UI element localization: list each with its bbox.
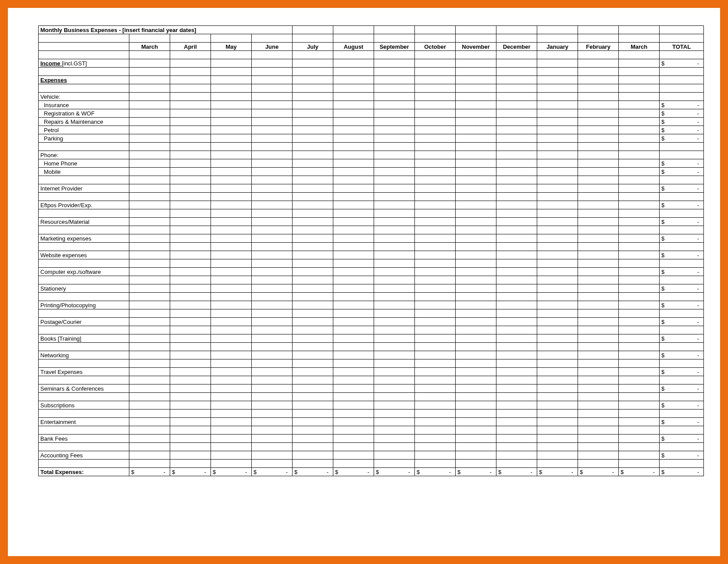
- month-cell[interactable]: [456, 101, 496, 109]
- month-cell[interactable]: [456, 143, 496, 151]
- month-cell[interactable]: [129, 76, 170, 84]
- month-cell[interactable]: [211, 368, 252, 376]
- month-cell[interactable]: [333, 76, 374, 84]
- month-cell[interactable]: [374, 259, 415, 268]
- month-cell[interactable]: [496, 309, 537, 318]
- month-cell[interactable]: [129, 234, 170, 243]
- month-cell[interactable]: [374, 334, 415, 343]
- month-cell[interactable]: [415, 435, 456, 443]
- month-cell[interactable]: [211, 201, 252, 209]
- month-cell[interactable]: [211, 76, 252, 84]
- month-cell[interactable]: [496, 209, 537, 218]
- month-cell[interactable]: [415, 176, 456, 184]
- month-cell[interactable]: [456, 226, 496, 234]
- month-total-cell[interactable]: $-: [578, 468, 619, 476]
- month-cell[interactable]: [496, 435, 537, 443]
- month-cell[interactable]: [415, 226, 456, 234]
- row-total-cell[interactable]: $-: [660, 234, 704, 243]
- month-cell[interactable]: [170, 243, 211, 251]
- month-cell[interactable]: [456, 351, 496, 359]
- month-cell[interactable]: [415, 84, 456, 93]
- month-cell[interactable]: [578, 368, 619, 376]
- month-cell[interactable]: [537, 276, 578, 284]
- month-cell[interactable]: [456, 443, 496, 451]
- month-cell[interactable]: [415, 218, 456, 226]
- row-total-cell[interactable]: $-: [660, 384, 704, 393]
- month-cell[interactable]: [456, 93, 496, 101]
- month-cell[interactable]: [211, 209, 252, 218]
- month-cell[interactable]: [374, 326, 415, 334]
- month-cell[interactable]: [456, 126, 496, 134]
- month-cell[interactable]: [537, 218, 578, 226]
- month-cell[interactable]: [293, 276, 333, 284]
- month-cell[interactable]: [374, 184, 415, 193]
- month-cell[interactable]: [129, 451, 170, 460]
- header-cell-empty[interactable]: [374, 26, 415, 34]
- month-cell[interactable]: [293, 101, 333, 109]
- row-total-empty[interactable]: [660, 176, 704, 184]
- month-cell[interactable]: [456, 234, 496, 243]
- month-cell[interactable]: [496, 84, 537, 93]
- cell-empty[interactable]: [252, 34, 293, 43]
- month-cell[interactable]: [415, 59, 456, 68]
- row-total-empty[interactable]: [660, 376, 704, 384]
- month-cell[interactable]: [293, 426, 333, 435]
- month-cell[interactable]: [619, 226, 660, 234]
- row-label[interactable]: Travel Expenses: [39, 368, 129, 376]
- month-header[interactable]: May: [211, 43, 252, 51]
- month-cell[interactable]: [496, 59, 537, 68]
- month-cell[interactable]: [415, 184, 456, 193]
- row-total-cell[interactable]: $-: [660, 351, 704, 359]
- month-cell[interactable]: [333, 276, 374, 284]
- month-cell[interactable]: [211, 343, 252, 351]
- month-cell[interactable]: [456, 435, 496, 443]
- month-cell[interactable]: [293, 410, 333, 418]
- row-label[interactable]: Marketing expenses: [39, 234, 129, 243]
- month-cell[interactable]: [211, 218, 252, 226]
- month-cell[interactable]: [129, 176, 170, 184]
- row-label[interactable]: [39, 51, 129, 59]
- month-cell[interactable]: [211, 376, 252, 384]
- month-cell[interactable]: [415, 168, 456, 176]
- month-cell[interactable]: [496, 251, 537, 259]
- month-cell[interactable]: [170, 259, 211, 268]
- month-cell[interactable]: [333, 68, 374, 76]
- month-cell[interactable]: [252, 418, 293, 426]
- month-cell[interactable]: [496, 326, 537, 334]
- month-cell[interactable]: [129, 418, 170, 426]
- month-cell[interactable]: [619, 259, 660, 268]
- month-cell[interactable]: [374, 368, 415, 376]
- month-cell[interactable]: [496, 193, 537, 201]
- row-total-empty[interactable]: [660, 309, 704, 318]
- month-cell[interactable]: [293, 251, 333, 259]
- month-cell[interactable]: [170, 68, 211, 76]
- row-total-cell[interactable]: $-: [660, 318, 704, 326]
- month-cell[interactable]: [252, 309, 293, 318]
- month-cell[interactable]: [129, 159, 170, 168]
- month-cell[interactable]: [496, 93, 537, 101]
- month-cell[interactable]: [252, 76, 293, 84]
- month-cell[interactable]: [619, 410, 660, 418]
- month-cell[interactable]: [170, 151, 211, 159]
- month-cell[interactable]: [537, 318, 578, 326]
- month-cell[interactable]: [456, 184, 496, 193]
- month-cell[interactable]: [496, 460, 537, 468]
- month-cell[interactable]: [537, 401, 578, 410]
- month-cell[interactable]: [619, 68, 660, 76]
- row-label[interactable]: [39, 68, 129, 76]
- month-cell[interactable]: [537, 193, 578, 201]
- row-total-empty[interactable]: [660, 51, 704, 59]
- month-cell[interactable]: [170, 334, 211, 343]
- month-cell[interactable]: [129, 359, 170, 368]
- month-cell[interactable]: [293, 268, 333, 276]
- month-cell[interactable]: [252, 243, 293, 251]
- month-cell[interactable]: [578, 68, 619, 76]
- month-cell[interactable]: [333, 460, 374, 468]
- header-cell-empty[interactable]: [415, 26, 456, 34]
- month-cell[interactable]: [619, 109, 660, 118]
- month-cell[interactable]: [211, 193, 252, 201]
- month-cell[interactable]: [252, 384, 293, 393]
- month-cell[interactable]: [333, 301, 374, 309]
- month-cell[interactable]: [170, 309, 211, 318]
- month-cell[interactable]: [252, 118, 293, 126]
